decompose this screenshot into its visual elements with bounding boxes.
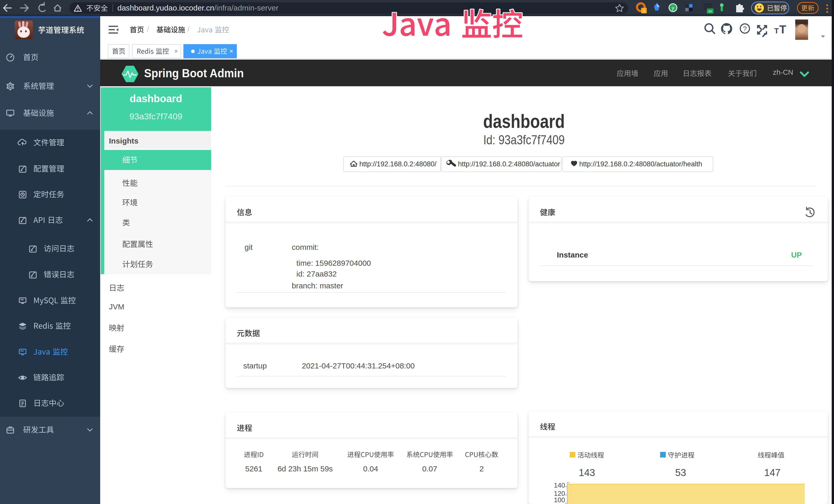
svg-text:on: on bbox=[708, 9, 712, 13]
svg-text:T: T bbox=[779, 23, 786, 36]
svg-text:T: T bbox=[774, 26, 779, 35]
svg-text:1: 1 bbox=[643, 8, 645, 13]
svg-text:y: y bbox=[672, 5, 674, 10]
svg-text:?: ? bbox=[743, 25, 747, 32]
